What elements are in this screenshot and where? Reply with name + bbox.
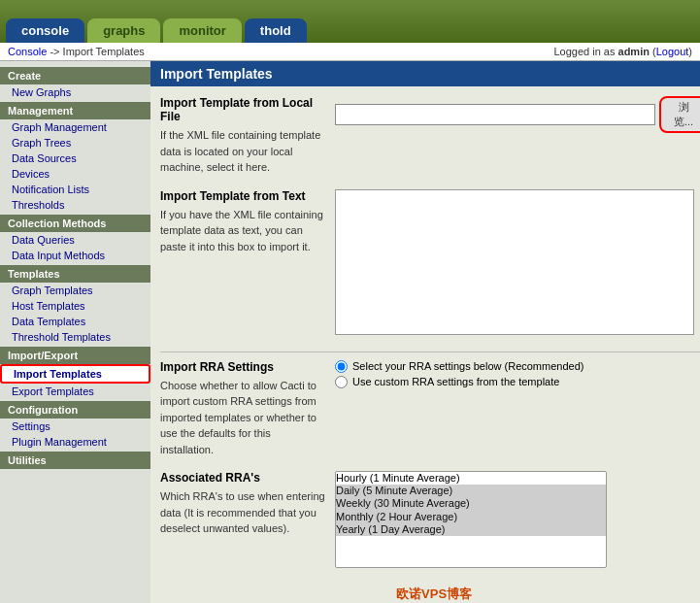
- divider-1: [160, 352, 700, 352]
- sidebar-item-plugin-management[interactable]: Plugin Management: [0, 434, 150, 450]
- tab-monitor[interactable]: monitor: [163, 18, 241, 43]
- local-file-title: Import Template from Local File: [160, 96, 325, 123]
- rra-radio-custom[interactable]: [335, 376, 348, 388]
- rra-option-1-label: Select your RRA settings below (Recommen…: [352, 360, 583, 372]
- auth-info: Logged in as admin (Logout): [553, 46, 692, 57]
- associated-rra-label: Associated RRA's Which RRA's to use when…: [160, 471, 325, 568]
- local-file-content: 浏览...: [335, 96, 700, 176]
- sidebar-item-graph-trees[interactable]: Graph Trees: [0, 135, 150, 151]
- from-text-label: Import Template from Text If you have th…: [160, 189, 325, 338]
- logout-link[interactable]: Logout: [656, 46, 689, 57]
- sidebar-item-graph-management[interactable]: Graph Management: [0, 119, 150, 135]
- sidebar-header-templates: Templates: [0, 265, 150, 283]
- rra-item-weekly[interactable]: Weekly (30 Minute Average): [336, 497, 606, 510]
- rra-item-hourly[interactable]: Hourly (1 Minute Average): [336, 472, 606, 485]
- sidebar-item-threshold-templates[interactable]: Threshold Templates: [0, 329, 150, 345]
- rra-settings-section: Import RRA Settings Choose whether to al…: [160, 360, 700, 458]
- sidebar-header-create: Create: [0, 67, 150, 84]
- associated-rra-description: Which RRA's to use when entering data (I…: [160, 488, 325, 537]
- breadcrumb-current: Import Templates: [63, 46, 145, 57]
- breadcrumb-console-link[interactable]: Console: [8, 46, 47, 57]
- sidebar-item-thresholds[interactable]: Thresholds: [0, 197, 150, 213]
- sidebar-item-import-templates[interactable]: Import Templates: [0, 364, 150, 384]
- tab-console[interactable]: console: [6, 18, 84, 43]
- sidebar: Create New Graphs Management Graph Manag…: [0, 61, 150, 603]
- sidebar-header-configuration: Configuration: [0, 401, 150, 419]
- from-text-description: If you have the XML file containing temp…: [160, 207, 325, 255]
- rra-item-daily[interactable]: Daily (5 Minute Average): [336, 485, 606, 497]
- top-nav: console graphs monitor thold: [0, 0, 700, 43]
- tab-graphs[interactable]: graphs: [87, 18, 160, 43]
- rra-option-2: Use custom RRA settings from the templat…: [335, 376, 700, 388]
- sidebar-item-data-input-methods[interactable]: Data Input Methods: [0, 248, 150, 263]
- associated-rra-title: Associated RRA's: [160, 471, 325, 485]
- rra-option-2-label: Use custom RRA settings from the templat…: [352, 376, 559, 387]
- rra-radio-recommended[interactable]: [335, 360, 348, 373]
- sidebar-item-devices[interactable]: Devices: [0, 166, 150, 182]
- file-path-input[interactable]: [335, 104, 655, 125]
- rra-option-1: Select your RRA settings below (Recommen…: [335, 360, 700, 373]
- from-text-content: [335, 189, 700, 338]
- sidebar-header-collection-methods: Collection Methods: [0, 215, 150, 232]
- sidebar-item-data-templates[interactable]: Data Templates: [0, 314, 150, 329]
- rra-settings-content: Select your RRA settings below (Recommen…: [335, 360, 700, 458]
- username: admin: [618, 46, 650, 57]
- sidebar-item-new-graphs[interactable]: New Graphs: [0, 84, 150, 100]
- sidebar-item-graph-templates[interactable]: Graph Templates: [0, 283, 150, 298]
- breadcrumb: Console -> Import Templates: [8, 46, 145, 57]
- sidebar-item-data-queries[interactable]: Data Queries: [0, 232, 150, 248]
- content-area: Import Templates Import Template from Lo…: [150, 61, 700, 603]
- associated-rra-section: Associated RRA's Which RRA's to use when…: [160, 471, 700, 568]
- rra-settings-title: Import RRA Settings: [160, 360, 325, 374]
- main-layout: Create New Graphs Management Graph Manag…: [0, 61, 700, 603]
- sidebar-item-export-templates[interactable]: Export Templates: [0, 384, 150, 399]
- rra-settings-description: Choose whether to allow Cacti to import …: [160, 378, 325, 458]
- rra-list[interactable]: Hourly (1 Minute Average) Daily (5 Minut…: [335, 471, 607, 568]
- rra-item-yearly[interactable]: Yearly (1 Day Average): [336, 523, 606, 536]
- browse-button[interactable]: 浏览...: [659, 96, 700, 133]
- file-input-row: 浏览...: [335, 96, 700, 133]
- from-text-title: Import Template from Text: [160, 189, 325, 203]
- sidebar-item-data-sources[interactable]: Data Sources: [0, 151, 150, 166]
- sidebar-header-management: Management: [0, 102, 150, 119]
- from-text-section: Import Template from Text If you have th…: [160, 189, 700, 338]
- sidebar-item-notification-lists[interactable]: Notification Lists: [0, 182, 150, 197]
- sidebar-item-host-templates[interactable]: Host Templates: [0, 298, 150, 314]
- local-file-description: If the XML file containing template data…: [160, 127, 325, 176]
- rra-settings-label: Import RRA Settings Choose whether to al…: [160, 360, 325, 458]
- tab-thold[interactable]: thold: [245, 18, 307, 43]
- sidebar-header-import-export: Import/Export: [0, 347, 150, 364]
- xml-text-input[interactable]: [335, 189, 694, 335]
- sidebar-item-settings[interactable]: Settings: [0, 419, 150, 434]
- watermark-text-1: 欧诺VPS博客: [160, 582, 700, 603]
- page-title: Import Templates: [150, 61, 700, 86]
- sidebar-header-utilities: Utilities: [0, 452, 150, 469]
- associated-rra-content: Hourly (1 Minute Average) Daily (5 Minut…: [335, 471, 700, 568]
- breadcrumb-separator: ->: [50, 46, 62, 57]
- local-file-section: Import Template from Local File If the X…: [160, 96, 700, 176]
- breadcrumb-bar: Console -> Import Templates Logged in as…: [0, 43, 700, 61]
- rra-item-monthly[interactable]: Monthly (2 Hour Average): [336, 511, 606, 523]
- content-body: Import Template from Local File If the X…: [150, 86, 700, 603]
- local-file-label: Import Template from Local File If the X…: [160, 96, 325, 176]
